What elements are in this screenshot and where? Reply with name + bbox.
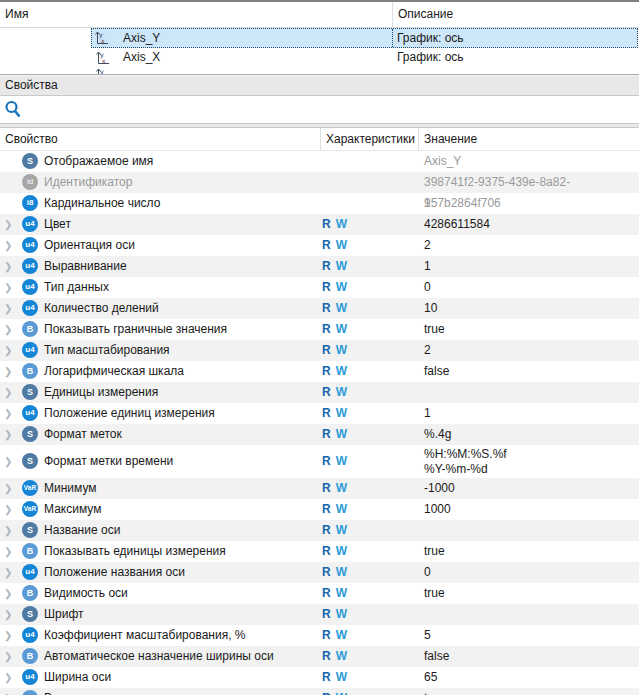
property-cell: ❯BПоказывать единицы измерения	[0, 541, 320, 562]
chevron-right-icon[interactable]: ❯	[4, 235, 12, 256]
property-row[interactable]: ❯BПоказывать единицы измеренияRWtrue	[0, 541, 639, 562]
column-value[interactable]: Значение	[418, 128, 639, 150]
property-value[interactable]: %H:%M:%S.%f %Y-%m-%d	[418, 445, 639, 478]
property-value[interactable]	[418, 604, 639, 625]
property-value[interactable]: false	[418, 361, 639, 382]
property-value[interactable]: Axis_Y	[418, 151, 639, 172]
tree-item-name[interactable]: Axis_Y	[123, 28, 160, 48]
property-row[interactable]: idИдентификатор398741f2-9375-439e-8a82-9…	[0, 172, 639, 193]
property-row[interactable]: ❯VaRМаксимумRW1000	[0, 499, 639, 520]
chevron-right-icon[interactable]: ❯	[4, 256, 12, 277]
property-value[interactable]: false	[418, 646, 639, 667]
property-value[interactable]: 1000	[418, 499, 639, 520]
property-value[interactable]	[418, 520, 639, 541]
chevron-right-icon[interactable]: ❯	[4, 667, 12, 688]
property-row[interactable]: ❯u4ВыравниваниеRW1	[0, 256, 639, 277]
chevron-right-icon[interactable]: ❯	[4, 520, 12, 541]
property-value[interactable]: true	[418, 583, 639, 604]
property-row[interactable]: ❯u4ЦветRW4286611584	[0, 214, 639, 235]
property-value[interactable]: -1000	[418, 478, 639, 499]
property-row[interactable]: ❯VaRМинимумRW-1000	[0, 478, 639, 499]
property-row[interactable]: ❯u4Тип данныхRW0	[0, 277, 639, 298]
property-value[interactable]	[418, 382, 639, 403]
read-flag: R	[322, 406, 331, 420]
write-flag: W	[336, 343, 347, 357]
chevron-right-icon[interactable]: ❯	[4, 499, 12, 520]
property-value[interactable]: 1	[418, 256, 639, 277]
property-row[interactable]: ❯SЕдиницы измеренияRW	[0, 382, 639, 403]
tree-column-name[interactable]: Имя	[0, 2, 392, 27]
column-characteristics[interactable]: Характеристики	[320, 128, 418, 150]
column-property[interactable]: Свойство	[0, 128, 320, 150]
property-row[interactable]: ❯u4Ширина осиRW65	[0, 667, 639, 688]
chevron-right-icon[interactable]: ❯	[4, 478, 12, 499]
property-search-bar[interactable]	[0, 96, 639, 123]
chevron-right-icon[interactable]: ❯	[4, 583, 12, 604]
property-value[interactable]: 4286611584	[418, 214, 639, 235]
property-value[interactable]: %.4g	[418, 424, 639, 445]
chevron-right-icon[interactable]: ❯	[4, 403, 12, 424]
type-badge-icon: S	[22, 522, 38, 538]
chevron-right-icon[interactable]: ❯	[4, 688, 12, 695]
property-row[interactable]: ❯u4Положение названия осиRW0	[0, 562, 639, 583]
characteristics-cell: RW	[320, 583, 418, 604]
type-badge-icon: VaR	[22, 501, 38, 517]
property-value[interactable]: 2	[418, 340, 639, 361]
chevron-right-icon[interactable]: ❯	[4, 382, 12, 403]
property-row[interactable]: ❯u4Количество деленийRW10	[0, 298, 639, 319]
search-icon[interactable]	[4, 100, 22, 119]
property-row[interactable]: i8Кардинальное число1	[0, 193, 639, 214]
chevron-right-icon[interactable]: ❯	[4, 625, 12, 646]
read-flag: R	[322, 565, 331, 579]
characteristics-cell: RW	[320, 319, 418, 340]
property-value[interactable]: 65	[418, 667, 639, 688]
axis-icon: yx	[94, 30, 110, 49]
property-value[interactable]: 2	[418, 235, 639, 256]
chevron-right-icon[interactable]: ❯	[4, 277, 12, 298]
property-row[interactable]: ❯SФормат метки времениRW%H:%M:%S.%f %Y-%…	[0, 445, 639, 478]
chevron-right-icon[interactable]: ❯	[4, 541, 12, 562]
property-row[interactable]: ❯SФормат метокRW%.4g	[0, 424, 639, 445]
property-value[interactable]: 398741f2-9375-439e-8a82-957b2864f706	[418, 172, 639, 193]
property-row[interactable]: ❯BАвтоматическое назначение ширины осиRW…	[0, 646, 639, 667]
chevron-right-icon[interactable]: ❯	[4, 424, 12, 445]
property-value[interactable]: 1	[418, 193, 639, 214]
rw-flags: RW	[322, 235, 347, 256]
chevron-right-icon[interactable]: ❯	[4, 214, 12, 235]
chevron-right-icon[interactable]: ❯	[4, 445, 12, 478]
property-row[interactable]: ❯SШрифтRW	[0, 604, 639, 625]
chevron-right-icon[interactable]: ❯	[4, 604, 12, 625]
property-row[interactable]: ❯u4Положение единиц измеренияRW1	[0, 403, 639, 424]
tree-column-description[interactable]: Описание	[392, 2, 639, 27]
property-row[interactable]: ❯SНазвание осиRW	[0, 520, 639, 541]
chevron-right-icon[interactable]: ❯	[4, 340, 12, 361]
property-row[interactable]: SОтображаемое имяAxis_Y	[0, 151, 639, 172]
tree-row[interactable]: yxAxis_YГрафик: ось	[0, 28, 639, 48]
property-value[interactable]: 5	[418, 625, 639, 646]
property-row[interactable]: ❯BЛогарифмическая шкалаRWfalse	[0, 361, 639, 382]
property-row[interactable]: ❯BПоказывать граничные значенияRWtrue	[0, 319, 639, 340]
chevron-right-icon[interactable]: ❯	[4, 562, 12, 583]
property-value[interactable]: true	[418, 541, 639, 562]
property-row[interactable]: ❯BВидимость шкалыRWtrue	[0, 688, 639, 695]
property-value[interactable]: true	[418, 319, 639, 340]
property-value[interactable]: 0	[418, 562, 639, 583]
chevron-right-icon[interactable]: ❯	[4, 646, 12, 667]
characteristics-cell: RW	[320, 667, 418, 688]
property-row[interactable]: ❯BВидимость осиRWtrue	[0, 583, 639, 604]
chevron-right-icon[interactable]: ❯	[4, 361, 12, 382]
write-flag: W	[336, 565, 347, 579]
characteristics-cell: RW	[320, 625, 418, 646]
property-value[interactable]: true	[418, 688, 639, 695]
chevron-right-icon[interactable]: ❯	[4, 319, 12, 340]
property-row[interactable]: ❯u4Тип масштабированияRW2	[0, 340, 639, 361]
chevron-right-icon[interactable]: ❯	[4, 298, 12, 319]
property-row[interactable]: ❯u4Ориентация осиRW2	[0, 235, 639, 256]
property-value[interactable]: 10	[418, 298, 639, 319]
tree-item-name[interactable]: Axis_X	[123, 48, 160, 67]
property-value[interactable]: 0	[418, 277, 639, 298]
properties-table-body: SОтображаемое имяAxis_YidИдентификатор39…	[0, 151, 639, 695]
tree-row[interactable]: yxAxis_XГрафик: ось	[0, 48, 639, 67]
property-row[interactable]: ❯u4Коэффициент масштабирования, %RW5	[0, 625, 639, 646]
property-value[interactable]: 1	[418, 403, 639, 424]
